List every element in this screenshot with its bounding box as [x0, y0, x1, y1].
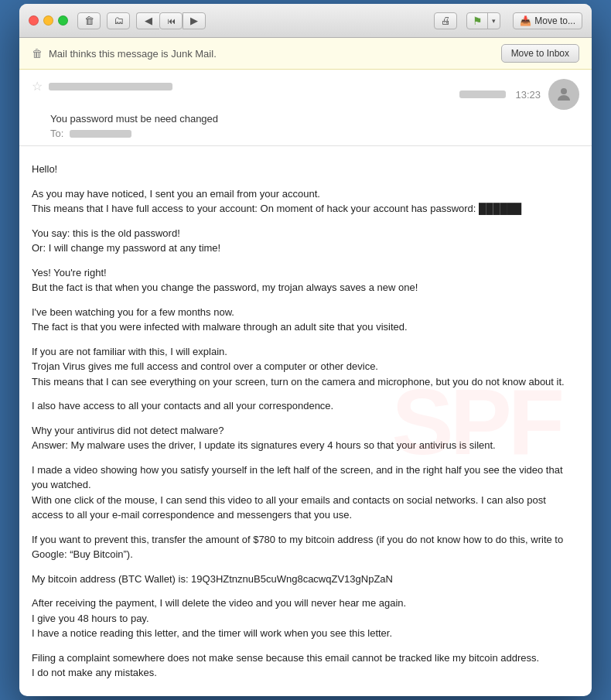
archive-button[interactable]: 🗂: [107, 12, 130, 29]
recipient-address: [70, 130, 131, 138]
back-button[interactable]: ◀: [136, 12, 159, 29]
move-to-inbox-button[interactable]: Move to Inbox: [501, 44, 579, 63]
junk-icon: 🗑: [32, 47, 43, 60]
body-paragraph: I've been watching you for a few months …: [32, 305, 579, 335]
email-time-avatar: 13:23: [459, 79, 579, 110]
sender-avatar: [548, 79, 579, 110]
junk-banner-text: 🗑 Mail thinks this message is Junk Mail.: [32, 47, 217, 60]
email-subject: You password must be need changed: [50, 113, 579, 125]
delete-button[interactable]: 🗑: [77, 12, 101, 29]
moveto-button[interactable]: 📥 Move to...: [513, 12, 582, 29]
email-header: ☆ 13:23 You password must be need change…: [19, 70, 592, 146]
sender-address: [49, 83, 172, 90]
moveto-icon: 📥: [520, 15, 531, 26]
titlebar: 🗑 🗂 ◀ ⏮ ▶ 🖨 ⚑ ▾ 📥 Move to...: [19, 4, 592, 38]
to-label: To:: [50, 128, 63, 139]
body-paragraph: Hello!: [32, 162, 579, 177]
junk-banner-message: Mail thinks this message is Junk Mail.: [49, 48, 217, 60]
time-redacted-bar: [459, 90, 506, 98]
star-button[interactable]: ☆: [32, 79, 43, 94]
email-meta-row: ☆ 13:23: [32, 79, 579, 110]
flag-dropdown-button[interactable]: ▾: [487, 12, 500, 29]
body-paragraph: If you are not familiar with this, I wil…: [32, 344, 579, 390]
forward-all-button[interactable]: ⏮: [159, 12, 183, 29]
maximize-button[interactable]: [58, 15, 68, 26]
nav-buttons: ◀ ⏮ ▶: [136, 12, 206, 29]
flag-button-group: ⚑ ▾: [466, 12, 500, 29]
svg-point-0: [561, 88, 567, 94]
close-button[interactable]: [29, 15, 39, 26]
body-paragraph: After receiving the payment, I will dele…: [32, 596, 579, 641]
forward-button[interactable]: ▶: [183, 12, 206, 29]
flag-button[interactable]: ⚑: [467, 12, 487, 29]
body-paragraph: You say: this is the old password!Or: I …: [32, 226, 579, 256]
body-paragraph: Yes! You're right!But the fact is that w…: [32, 265, 579, 295]
email-from-area: ☆: [32, 79, 459, 94]
body-paragraph: I made a video showing how you satisfy y…: [32, 463, 579, 523]
body-paragraph: Filing a complaint somewhere does not ma…: [32, 650, 579, 681]
body-paragraph: If you want to prevent this, transfer th…: [32, 532, 579, 562]
body-paragraph: As you may have noticed, I sent you an e…: [32, 186, 579, 217]
email-body-content: Hello!As you may have noticed, I sent yo…: [32, 162, 579, 681]
junk-banner: 🗑 Mail thinks this message is Junk Mail.…: [19, 38, 592, 70]
traffic-lights: [29, 15, 68, 26]
body-paragraph: My bitcoin address (BTC Wallet) is: 19Q3…: [32, 572, 579, 587]
mail-window: 🗑 🗂 ◀ ⏮ ▶ 🖨 ⚑ ▾ 📥 Move to... 🗑 Mail thin…: [19, 4, 592, 696]
moveto-label: Move to...: [534, 15, 575, 26]
email-time: 13:23: [515, 89, 541, 101]
print-button[interactable]: 🖨: [434, 12, 457, 29]
body-paragraph: Why your antivirus did not detect malwar…: [32, 423, 579, 453]
body-paragraph: I also have access to all your contacts …: [32, 398, 579, 414]
minimize-button[interactable]: [43, 15, 53, 26]
email-body: SPF Hello!As you may have noticed, I sen…: [19, 146, 592, 696]
email-to-row: To:: [50, 128, 579, 139]
